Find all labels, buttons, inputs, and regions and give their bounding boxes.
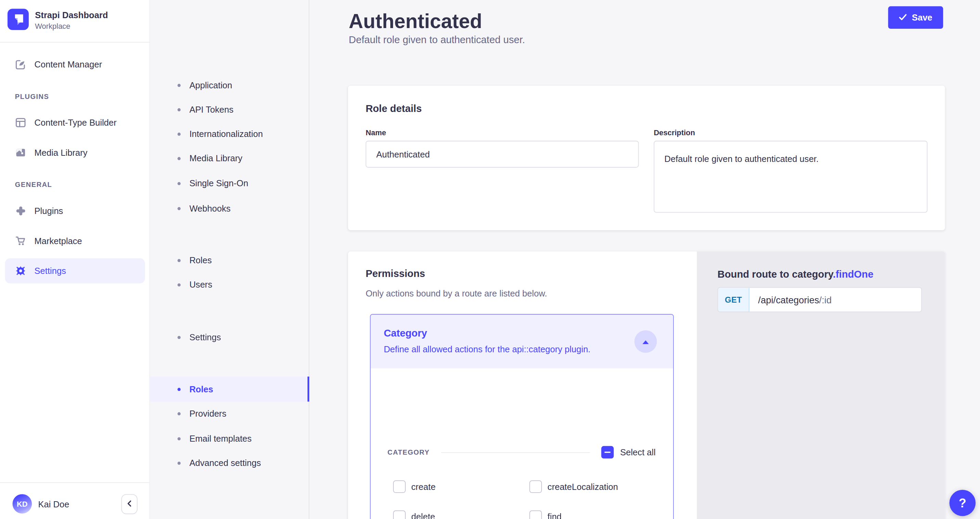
- bullet-icon: [178, 83, 181, 86]
- sidebar-footer-divider: [0, 482, 150, 483]
- nav-section-general: GENERAL: [15, 181, 52, 188]
- accordion-description: Define all allowed actions for the api::…: [384, 344, 590, 354]
- sidebar-item-media-library[interactable]: Media Library: [5, 140, 145, 165]
- bullet-icon: [178, 182, 181, 185]
- description-label: Description: [654, 128, 695, 137]
- subnav-item-application[interactable]: Application: [150, 73, 310, 97]
- select-all-checkbox[interactable]: [601, 446, 614, 459]
- check-icon: [899, 13, 907, 22]
- checkbox-row-createLocalization[interactable]: createLocalization: [530, 479, 618, 494]
- subnav-item-internationalization[interactable]: Internationalization: [150, 121, 310, 146]
- role-details-heading: Role details: [366, 103, 422, 114]
- page-subtitle: Default role given to authenticated user…: [349, 34, 525, 46]
- category-accordion-header[interactable]: Category Define all allowed actions for …: [371, 315, 673, 368]
- permissions-card: Permissions Only actions bound by a rout…: [348, 252, 945, 519]
- checkbox-row-delete[interactable]: delete: [393, 509, 435, 519]
- sidebar-item-label: Settings: [34, 266, 66, 276]
- bullet-icon: [178, 259, 181, 262]
- sidebar-item-plugins[interactable]: Plugins: [5, 198, 145, 223]
- puzzle-icon: [15, 205, 26, 216]
- help-button[interactable]: ?: [949, 490, 975, 516]
- bullet-icon: [178, 462, 181, 465]
- route-display: GET /api/categories/:id: [718, 287, 922, 312]
- save-button[interactable]: Save: [888, 6, 943, 29]
- workspace-header[interactable]: Strapi Dashboard Workplace: [0, 0, 150, 42]
- subnav-item-webhooks[interactable]: Webhooks: [150, 196, 310, 221]
- checkbox-row-create[interactable]: create: [393, 479, 436, 494]
- page-title: Authenticated: [349, 10, 482, 33]
- find-checkbox[interactable]: [530, 511, 542, 519]
- strapi-logo-icon: [8, 9, 29, 30]
- subnav-item-media-library[interactable]: Media Library: [150, 146, 310, 171]
- group-divider: [441, 452, 590, 453]
- subnav-item-admin-users[interactable]: Users: [150, 272, 310, 297]
- nav-section-plugins: PLUGINS: [15, 93, 49, 100]
- bullet-icon: [178, 108, 181, 111]
- subnav-item-providers[interactable]: Providers: [150, 401, 310, 426]
- workspace-title: Strapi Dashboard: [35, 10, 108, 20]
- settings-subnav: Settings GLOBAL SETTINGS Application API…: [150, 0, 310, 519]
- image-icon: [15, 147, 26, 158]
- category-group-row: CATEGORY Select all: [388, 446, 656, 459]
- main-sidebar: Strapi Dashboard Workplace Content Manag…: [0, 0, 150, 519]
- route-param: /:id: [819, 294, 832, 305]
- bullet-icon: [178, 207, 181, 210]
- accordion-collapse-button[interactable]: [635, 331, 657, 353]
- sidebar-item-label: Marketplace: [34, 236, 82, 246]
- cart-icon: [15, 235, 26, 246]
- sidebar-item-content-manager[interactable]: Content Manager: [5, 52, 145, 77]
- sidebar-item-label: Content-Type Builder: [34, 118, 116, 128]
- bullet-icon: [178, 437, 181, 440]
- sidebar-collapse-button[interactable]: [121, 494, 137, 514]
- subnav-item-advanced-settings[interactable]: Advanced settings: [150, 450, 310, 476]
- subnav-item-admin-roles[interactable]: Roles: [150, 248, 310, 273]
- permissions-subtitle: Only actions bound by a route are listed…: [366, 288, 547, 298]
- layout-icon: [15, 117, 26, 128]
- subnav-item-email-settings[interactable]: Settings: [150, 324, 310, 350]
- main-content: Authenticated Default role given to auth…: [309, 0, 980, 519]
- category-group-label: CATEGORY: [388, 449, 430, 456]
- category-accordion: Category Define all allowed actions for …: [370, 314, 674, 519]
- user-name: Kai Doe: [38, 499, 69, 509]
- create-checkbox[interactable]: [393, 480, 406, 493]
- bullet-icon: [178, 335, 181, 339]
- bullet-icon: [178, 283, 181, 286]
- workspace-subtitle: Workplace: [35, 22, 70, 31]
- bound-route-action: .findOne: [833, 269, 873, 280]
- bullet-icon: [178, 157, 181, 160]
- sidebar-item-label: Content Manager: [34, 59, 102, 70]
- bound-route-heading: Bound route to category.findOne: [718, 269, 873, 280]
- subnav-item-api-tokens[interactable]: API Tokens: [150, 97, 310, 122]
- select-all-label: Select all: [620, 447, 656, 457]
- sidebar-item-content-type-builder[interactable]: Content-Type Builder: [5, 110, 145, 135]
- chevron-left-icon: [126, 500, 132, 509]
- name-input[interactable]: Authenticated: [366, 141, 639, 168]
- checkbox-row-find[interactable]: find: [530, 509, 562, 519]
- pencil-square-icon: [15, 59, 26, 70]
- description-textarea[interactable]: Default role given to authenticated user…: [654, 141, 928, 212]
- bullet-icon: [178, 388, 181, 391]
- bound-route-panel: Bound route to category.findOne GET /api…: [697, 252, 945, 519]
- sidebar-item-marketplace[interactable]: Marketplace: [5, 228, 145, 253]
- permissions-heading: Permissions: [366, 268, 425, 280]
- avatar[interactable]: KD: [13, 494, 32, 514]
- indeterminate-icon: [605, 452, 611, 453]
- http-method-badge: GET: [718, 287, 749, 311]
- sidebar-item-label: Plugins: [34, 206, 63, 216]
- subnav-item-up-roles[interactable]: Roles: [150, 377, 310, 402]
- createLocalization-checkbox[interactable]: [530, 480, 542, 493]
- subnav-item-single-sign-on[interactable]: Single Sign-On: [150, 171, 310, 196]
- accordion-title: Category: [384, 327, 427, 339]
- chevron-up-icon: [642, 337, 649, 346]
- app-root: Strapi Dashboard Workplace Content Manag…: [0, 0, 980, 519]
- sidebar-item-label: Media Library: [34, 148, 87, 158]
- gear-icon: [15, 265, 26, 276]
- role-details-card: Role details Name Authenticated Descript…: [348, 86, 945, 230]
- subnav-item-email-templates[interactable]: Email templates: [150, 426, 310, 451]
- bullet-icon: [178, 412, 181, 415]
- delete-checkbox[interactable]: [393, 511, 406, 519]
- name-label: Name: [366, 128, 386, 137]
- question-mark-icon: ?: [959, 496, 966, 510]
- bullet-icon: [178, 132, 181, 135]
- sidebar-item-settings[interactable]: Settings: [5, 259, 145, 283]
